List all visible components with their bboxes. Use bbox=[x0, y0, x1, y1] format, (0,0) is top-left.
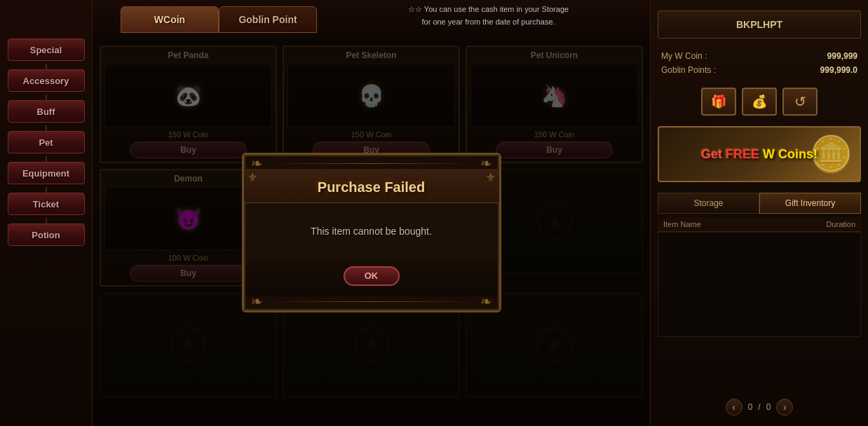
goblin-value: 999,999.0 bbox=[820, 65, 857, 75]
promo-free: FREE bbox=[726, 147, 759, 161]
sidebar-label-accessory: Accessory bbox=[23, 76, 69, 86]
tab-wcoin-label: WCoin bbox=[154, 14, 185, 25]
goblin-label: Goblin Points : bbox=[661, 65, 716, 75]
modal-overlay: ❧ ❧ ⚜ ⚜ Purchase Failed This item cannot… bbox=[93, 39, 650, 426]
sidebar-label-equipment: Equipment bbox=[22, 168, 69, 179]
right-panel: BKPLHPT My W Coin : 999,999 Goblin Point… bbox=[650, 0, 868, 426]
sidebar-item-pet[interactable]: Pet bbox=[8, 131, 85, 153]
pagination: ‹ 0 / 0 › bbox=[726, 399, 794, 415]
coin-button[interactable]: 💰 bbox=[742, 88, 777, 116]
scroll-left-bottom-icon: ❧ bbox=[251, 293, 263, 310]
storage-tab-label: Storage bbox=[693, 198, 723, 208]
tab-goblin-label: Goblin Point bbox=[238, 14, 297, 25]
modal-message: This item cannot be bought. bbox=[311, 226, 432, 237]
gift-icon: 🎁 bbox=[711, 94, 726, 109]
sidebar-item-ticket[interactable]: Ticket bbox=[8, 193, 85, 215]
modal-header: ⚜ ⚜ Purchase Failed bbox=[244, 169, 499, 203]
stats-area: My W Coin : 999,999 Goblin Points : 999,… bbox=[658, 49, 861, 77]
tab-gift-inventory[interactable]: Gift Inventory bbox=[759, 193, 861, 214]
ornament-top-left: ⚜ bbox=[247, 172, 257, 184]
sidebar-label-ticket: Ticket bbox=[33, 199, 59, 209]
promo-banner: Get FREE W Coins! 🪙 bbox=[658, 126, 861, 182]
info-line-2: for one year from the date of purchase. bbox=[408, 16, 569, 29]
promo-get: Get bbox=[701, 147, 726, 161]
modal-ok-button[interactable]: OK bbox=[344, 266, 400, 286]
inventory-table-header: Item Name Duration bbox=[658, 217, 861, 232]
prev-page-icon: ‹ bbox=[732, 401, 735, 413]
tab-storage[interactable]: Storage bbox=[658, 193, 759, 214]
page-current: 0 bbox=[748, 402, 753, 412]
item-name-header: Item Name bbox=[663, 220, 701, 228]
sidebar-label-potion: Potion bbox=[32, 230, 60, 240]
wcoin-label: My W Coin : bbox=[661, 51, 707, 61]
inventory-table-body bbox=[658, 232, 861, 337]
page-total: 0 bbox=[766, 402, 771, 412]
username-display: BKPLHPT bbox=[658, 11, 861, 39]
refresh-icon: ↺ bbox=[794, 93, 806, 110]
modal-bottom-decor: ❧ ❧ bbox=[244, 296, 499, 310]
coin-icon: 💰 bbox=[752, 94, 767, 109]
action-buttons-area: 🎁 💰 ↺ bbox=[701, 88, 818, 116]
sidebar-label-special: Special bbox=[30, 45, 62, 55]
scroll-right-bottom-icon: ❧ bbox=[480, 293, 492, 310]
duration-header: Duration bbox=[826, 220, 855, 228]
gift-button[interactable]: 🎁 bbox=[701, 88, 736, 116]
inventory-table: Item Name Duration bbox=[658, 217, 861, 393]
promo-wcoin: W Coins! bbox=[759, 147, 818, 161]
sidebar: Special Accessory Buff Pet Equipment Tic… bbox=[0, 0, 93, 426]
next-page-button[interactable]: › bbox=[776, 399, 793, 415]
sidebar-label-pet: Pet bbox=[39, 137, 53, 148]
sidebar-label-buff: Buff bbox=[37, 106, 55, 117]
sidebar-item-special[interactable]: Special bbox=[8, 39, 85, 61]
tab-goblin[interactable]: Goblin Point bbox=[219, 6, 317, 33]
wcoin-stat-row: My W Coin : 999,999 bbox=[658, 49, 861, 63]
modal-body: This item cannot be bought. bbox=[244, 203, 499, 259]
inventory-tabs: Storage Gift Inventory bbox=[658, 193, 861, 214]
gift-inventory-tab-label: Gift Inventory bbox=[785, 198, 835, 208]
prev-page-button[interactable]: ‹ bbox=[726, 399, 742, 415]
modal-title: Purchase Failed bbox=[318, 179, 425, 195]
scroll-line-top bbox=[266, 163, 477, 164]
info-text-area: ☆☆ You can use the cash item in your Sto… bbox=[408, 4, 569, 28]
sidebar-item-accessory[interactable]: Accessory bbox=[8, 69, 85, 92]
modal-top-decor: ❧ ❧ bbox=[244, 155, 499, 169]
ornament-top-right: ⚜ bbox=[486, 172, 496, 184]
info-line-1: ☆☆ You can use the cash item in your Sto… bbox=[408, 4, 569, 16]
sidebar-item-buff[interactable]: Buff bbox=[8, 100, 85, 123]
promo-text: Get FREE W Coins! bbox=[701, 147, 818, 162]
goblin-stat-row: Goblin Points : 999,999.0 bbox=[658, 63, 861, 77]
modal-footer: OK bbox=[244, 259, 499, 296]
page-separator: / bbox=[758, 402, 760, 412]
scroll-line-bottom bbox=[266, 301, 477, 302]
wcoin-value: 999,999 bbox=[827, 51, 857, 61]
purchase-failed-modal: ❧ ❧ ⚜ ⚜ Purchase Failed This item cannot… bbox=[242, 153, 501, 312]
tab-wcoin[interactable]: WCoin bbox=[121, 6, 219, 33]
next-page-icon: › bbox=[783, 401, 787, 413]
refresh-button[interactable]: ↺ bbox=[782, 88, 818, 116]
sidebar-item-equipment[interactable]: Equipment bbox=[8, 162, 85, 184]
sidebar-item-potion[interactable]: Potion bbox=[8, 224, 85, 246]
